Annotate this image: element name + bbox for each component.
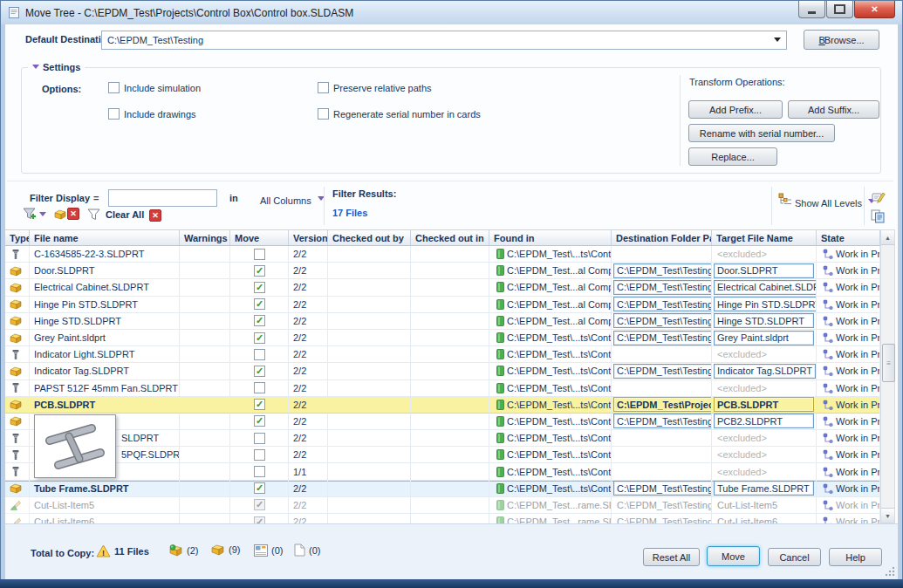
destination-folder-input[interactable]: C:\EPDM_Test\Testing\ [613, 364, 712, 379]
target-file-name-input[interactable]: PCB2.SLDPRT [714, 414, 814, 428]
move-checkbox[interactable]: ✓ [254, 516, 265, 523]
move-checkbox[interactable] [254, 249, 265, 260]
target-file-name-input[interactable]: PCB.SLDPRT [714, 397, 814, 412]
add-prefix-button[interactable]: Add Prefix... [688, 100, 783, 119]
preserve-relative-paths-checkbox[interactable] [318, 82, 329, 93]
part-icon [5, 414, 30, 430]
column-header-checked-out-in[interactable]: Checked out in [411, 229, 489, 246]
remove-part-filter-icon[interactable]: ✕ [54, 208, 79, 220]
destination-folder-input[interactable]: C:\EPDM_Test\Testing\ [613, 481, 712, 496]
filter-input[interactable] [108, 189, 217, 207]
move-checkbox[interactable] [254, 349, 265, 360]
browse-button[interactable]: BBrowse... [804, 30, 879, 50]
target-file-name-input[interactable]: Indicator Tag.SLDPRT [714, 364, 816, 379]
clear-all-remove-icon[interactable]: ✕ [149, 209, 161, 222]
move-checkbox[interactable] [254, 466, 265, 477]
column-header-move[interactable]: Move [230, 229, 289, 246]
table-row[interactable]: Tube Frame.SLDPRT✓2/2C:\EPDM_Test\...ts\… [5, 481, 880, 497]
move-checkbox[interactable]: ✓ [254, 298, 265, 310]
table-row[interactable]: Hinge STD.SLDPRT✓2/2C:\EPDM_Test...al Co… [5, 313, 880, 330]
destination-folder-input[interactable]: C:\EPDM_Test\Projects\ [613, 397, 712, 412]
maximize-button[interactable] [826, 1, 853, 18]
reset-all-button[interactable]: Reset All [643, 548, 700, 566]
target-file-name-input[interactable]: Grey Paint.sldprt [714, 331, 814, 345]
rename-serial-button[interactable]: Rename with serial number... [688, 124, 835, 142]
target-file-name-input[interactable]: Tube Frame.SLDPRT [714, 481, 814, 496]
destination-folder-input[interactable]: C:\EPDM_Test\Testing\ [613, 297, 712, 311]
minimize-button[interactable] [798, 1, 825, 18]
chevron-down-icon[interactable] [774, 38, 781, 45]
column-header-target-file-name[interactable]: Target File Name [712, 229, 817, 246]
move-checkbox[interactable] [254, 382, 265, 393]
target-file-name-input[interactable]: Hinge Pin STD.SLDPRT [714, 297, 817, 311]
column-header-checked-out-by[interactable]: Checked out by [328, 229, 411, 246]
regenerate-serial-checkbox[interactable] [318, 108, 329, 120]
table-row[interactable]: Grey Paint.sldprt✓2/2C:\EPDM_Test\...ts\… [5, 330, 880, 346]
table-row[interactable]: Electrical Cabinet.SLDPRT✓2/2C:\EPDM_Tes… [5, 279, 880, 296]
table-row[interactable]: C-1634585-22-3.SLDPRT2/2C:\EPDM_Test\...… [5, 246, 880, 263]
table-row[interactable]: Cut-List-Item5✓2/2C:\EPDM_Test...rame.SL… [5, 497, 880, 514]
all-columns-dropdown[interactable]: All Columns [260, 193, 325, 206]
scroll-up-button[interactable]: ▲ [881, 230, 894, 245]
move-checkbox[interactable]: ✓ [254, 265, 265, 277]
table-row[interactable]: PCB.SLDPRT✓2/2C:\EPDM_Test\...ts\Control… [5, 397, 880, 414]
move-checkbox[interactable]: ✓ [254, 282, 265, 293]
cancel-button[interactable]: Cancel [768, 548, 821, 566]
target-file-name-cell: Tube Frame.SLDPRT [712, 481, 817, 497]
move-checkbox[interactable]: ✓ [254, 415, 265, 427]
scrollbar-thumb[interactable]: ≡ [882, 344, 895, 382]
close-button[interactable]: ✕ [854, 1, 895, 18]
copy-card-icon[interactable] [871, 209, 886, 223]
destination-folder-input[interactable]: C:\EPDM_Test\Testing\ [613, 313, 712, 328]
replace-button[interactable]: Replace... [688, 147, 777, 166]
include-drawings-checkbox[interactable] [108, 108, 120, 120]
resize-grip[interactable] [885, 566, 895, 577]
target-file-name-input[interactable]: Door.SLDPRT [714, 263, 814, 278]
add-filter-icon[interactable] [23, 208, 46, 221]
collapse-triangle-icon[interactable] [32, 65, 39, 72]
move-checkbox[interactable] [254, 433, 265, 444]
table-row[interactable]: 1/1C:\EPDM_Test\...ts\Control Box<exclud… [5, 463, 880, 480]
move-checkbox[interactable]: ✓ [254, 399, 265, 410]
move-checkbox[interactable]: ✓ [254, 332, 265, 344]
destination-folder-input[interactable]: C:\EPDM_Test\Testing\ [613, 414, 712, 428]
destination-folder-input[interactable]: C:\EPDM_Test\Testing\ [613, 280, 712, 295]
table-row[interactable]: Indicator Tag.SLDPRT✓2/2C:\EPDM_Test\...… [5, 363, 880, 379]
add-suffix-button[interactable]: Add Suffix... [788, 100, 879, 119]
table-row[interactable]: ✓2/2C:\EPDM_Test\...ts\Control BoxC:\EPD… [5, 414, 880, 430]
table-row[interactable]: PAPST 512F 45mm Fan.SLDPRT2/2C:\EPDM_Tes… [5, 380, 880, 397]
scroll-down-button[interactable]: ▼ [881, 508, 894, 523]
move-checkbox[interactable]: ✓ [254, 366, 265, 377]
table-row[interactable]: Indicator Light.SLDPRT2/2C:\EPDM_Test\..… [5, 346, 880, 363]
default-destination-combobox[interactable]: C:\EPDM_Test\Testing [101, 31, 787, 50]
destination-folder-input[interactable]: C:\EPDM_Test\Testing\ [613, 331, 712, 345]
column-header-version[interactable]: Version [289, 229, 328, 246]
move-checkbox[interactable]: ✓ [254, 499, 265, 510]
table-row[interactable]: Door.SLDPRT✓2/2C:\EPDM_Test...al Compone… [5, 263, 880, 279]
title-bar[interactable]: Move Tree - C:\EPDM_Test\Projects\Contro… [1, 1, 902, 24]
move-checkbox[interactable]: ✓ [254, 315, 265, 326]
move-checkbox[interactable]: ✓ [254, 482, 265, 494]
column-header-found-in[interactable]: Found in [489, 229, 612, 246]
vertical-scrollbar[interactable]: ▲ ≡ ▼ [880, 229, 895, 523]
move-checkbox[interactable] [254, 449, 265, 461]
column-header-state[interactable]: State [817, 229, 880, 246]
table-row[interactable]: Hinge Pin STD.SLDPRT✓2/2C:\EPDM_Test...a… [5, 297, 880, 313]
target-file-name-input[interactable]: Hinge STD.SLDPRT [714, 313, 814, 328]
clear-all-label[interactable]: Clear All [106, 209, 144, 220]
edit-card-icon[interactable] [872, 189, 886, 204]
table-row[interactable]: SLDPRT2/2C:\EPDM_Test\...ts\Control Box<… [5, 430, 880, 447]
help-button[interactable]: Help [829, 548, 882, 566]
destination-folder-input[interactable]: C:\EPDM_Test\Testing\ [613, 263, 712, 278]
target-file-name-input[interactable]: Electrical Cabinet.SLDPRT [714, 280, 817, 295]
table-row[interactable]: Cut-List-Item6✓2/2C:\EPDM_Test...rame.SL… [5, 514, 880, 523]
settings-header[interactable]: Settings [28, 61, 85, 72]
column-header-file-name[interactable]: File name [30, 229, 180, 246]
column-header-type[interactable]: Type [5, 229, 30, 246]
table-row[interactable]: 5PQF.SLDPRT2/2C:\EPDM_Test\...ts\Control… [5, 447, 880, 463]
column-header-warnings[interactable]: Warnings [180, 229, 230, 246]
column-header-destination-folder-path[interactable]: Destination Folder Path [612, 229, 712, 246]
clear-all-filter-icon[interactable] [87, 209, 101, 221]
move-button[interactable]: Move [707, 546, 760, 566]
include-simulation-checkbox[interactable] [108, 82, 120, 93]
